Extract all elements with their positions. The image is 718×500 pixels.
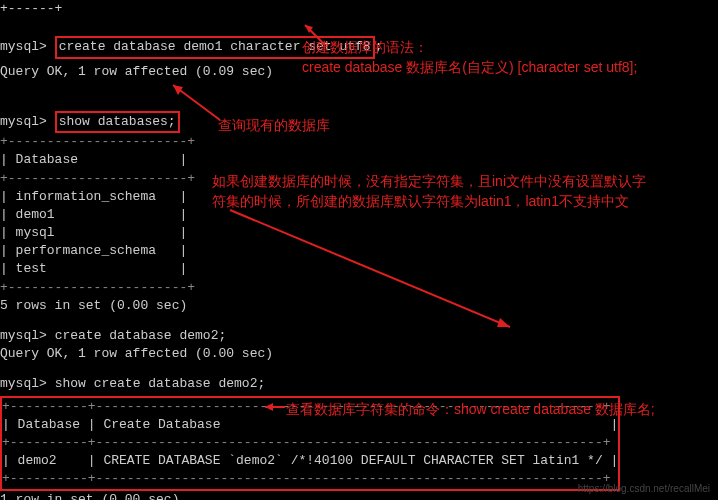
arrow-icon-3	[210, 205, 520, 335]
annotation-show-create: 查看数据库字符集的命令：show create database 数据库名;	[286, 400, 655, 420]
svg-marker-5	[497, 318, 510, 327]
svg-marker-7	[265, 403, 273, 411]
boxed-cmd-2: show databases;	[55, 111, 180, 133]
db-table-header: | Database |	[0, 151, 718, 169]
border-fragment: +------+	[0, 0, 718, 18]
arrow-icon-4	[260, 398, 290, 416]
db-table-top: +-----------------------+	[0, 133, 718, 151]
annotation-create-syntax: 创建数据库的语法： create database 数据库名(自定义) [cha…	[302, 38, 637, 77]
watermark: https://blog.csdn.net/recallMei	[578, 482, 710, 496]
cmd-show-create-demo2: mysql> show create database demo2;	[0, 375, 718, 393]
query-ok-2: Query OK, 1 row affected (0.00 sec)	[0, 345, 718, 363]
cmd-show-databases: mysql> show databases;	[0, 93, 718, 133]
annotation-show-db: 查询现有的数据库	[218, 116, 330, 136]
prompt: mysql>	[0, 39, 47, 54]
svg-line-4	[230, 210, 510, 327]
prompt: mysql>	[0, 114, 47, 129]
arrow-icon-2	[165, 80, 225, 125]
arrow-icon-1	[300, 20, 330, 48]
svg-marker-3	[173, 85, 183, 95]
